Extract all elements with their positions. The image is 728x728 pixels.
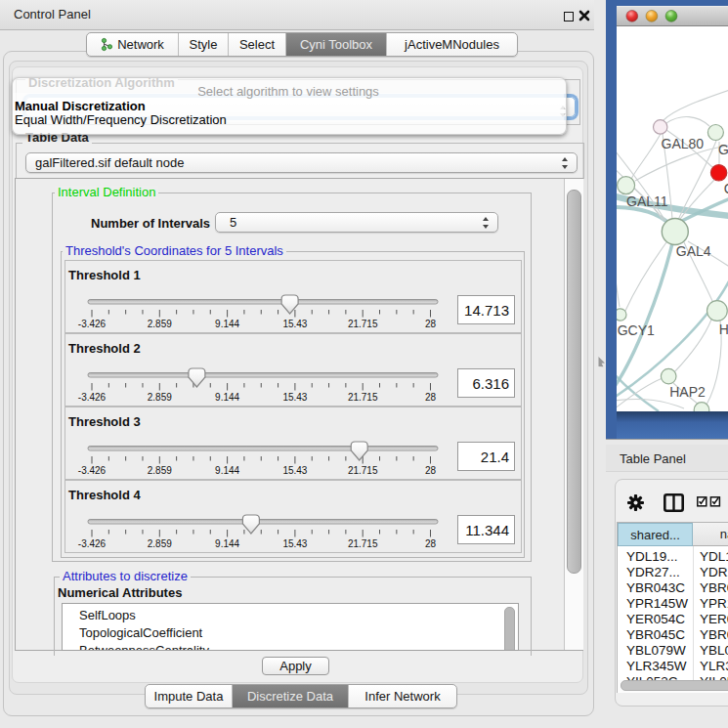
svg-text:GAL80: GAL80: [662, 136, 705, 151]
svg-text:15.43: 15.43: [282, 465, 307, 476]
svg-text:GAL7: GAL7: [718, 142, 728, 157]
svg-text:GAL11: GAL11: [626, 193, 668, 209]
svg-text:15.43: 15.43: [282, 538, 307, 549]
svg-text:9.144: 9.144: [215, 538, 239, 549]
svg-text:15.43: 15.43: [282, 319, 307, 329]
svg-text:28: 28: [425, 392, 437, 403]
svg-text:2.859: 2.859: [148, 465, 172, 476]
svg-text:28: 28: [425, 538, 437, 549]
svg-text:9.144: 9.144: [215, 319, 239, 329]
svg-text:-3.426: -3.426: [78, 319, 107, 329]
svg-text:9.144: 9.144: [215, 392, 239, 403]
svg-text:2.859: 2.859: [148, 319, 172, 329]
svg-text:-3.426: -3.426: [78, 465, 107, 476]
svg-text:HIS: HIS: [719, 321, 728, 337]
svg-text:28: 28: [425, 465, 437, 476]
svg-text:21.715: 21.715: [348, 392, 378, 403]
svg-text:21.715: 21.715: [348, 319, 378, 329]
svg-text:2.859: 2.859: [148, 392, 172, 403]
svg-text:-3.426: -3.426: [78, 538, 107, 549]
svg-text:15.43: 15.43: [282, 392, 307, 403]
svg-text:GAL4: GAL4: [676, 243, 711, 259]
svg-text:28: 28: [425, 319, 437, 329]
svg-text:21.715: 21.715: [348, 465, 378, 476]
svg-text:21.715: 21.715: [348, 538, 378, 549]
svg-text:2.859: 2.859: [148, 538, 172, 549]
svg-text:GCY1: GCY1: [618, 322, 655, 338]
svg-text:HAP2: HAP2: [669, 384, 706, 400]
svg-text:G: G: [724, 181, 728, 196]
svg-text:-3.426: -3.426: [78, 392, 107, 403]
svg-text:9.144: 9.144: [215, 465, 239, 476]
